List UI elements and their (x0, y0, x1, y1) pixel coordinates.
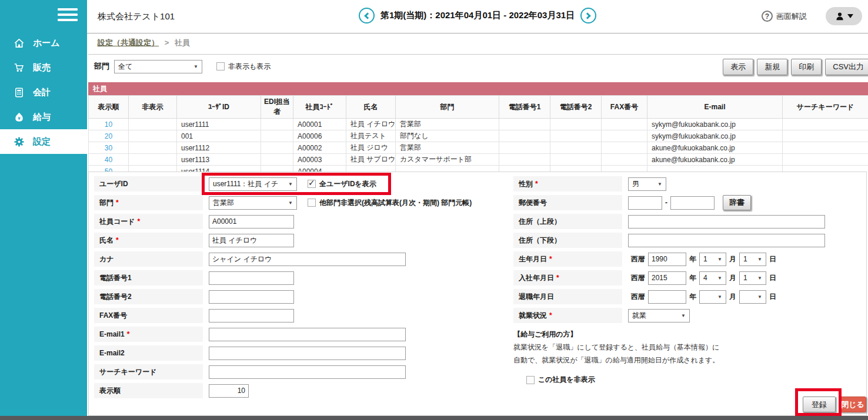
retire-year-input[interactable] (648, 290, 686, 304)
next-period-button[interactable] (580, 8, 596, 23)
tel2-input[interactable] (209, 290, 294, 304)
join-month-select[interactable]: 4▼ (699, 271, 726, 285)
join-day-select[interactable]: 1▼ (739, 271, 766, 285)
birth-month-select[interactable]: 1▼ (699, 253, 726, 266)
display-order-link[interactable]: 30 (89, 142, 129, 154)
chevron-down-icon: ▼ (757, 294, 762, 300)
show-all-user-ids-checkbox[interactable] (308, 180, 316, 188)
retire-month-select[interactable]: ▼ (699, 290, 726, 304)
new-button[interactable]: 新規 (757, 59, 787, 75)
filter-bar: 部門 全て▼ 非表示も表示 (94, 59, 271, 74)
birth-day-select[interactable]: 1▼ (739, 253, 766, 266)
join-year-input[interactable] (648, 271, 686, 285)
user-menu-button[interactable] (826, 7, 862, 25)
show-all-user-ids-label: 全ユーザIDを表示 (319, 179, 376, 189)
field-email2: E-mail2 (94, 345, 510, 361)
sidebar-item-label: 販売 (33, 62, 51, 73)
breadcrumb: 設定（共通設定） > 社員 (98, 38, 190, 48)
col-user-id: ﾕｰｻﾞID (177, 96, 261, 119)
email2-input[interactable] (209, 347, 406, 360)
chevron-down-icon (847, 14, 853, 18)
csv-export-button[interactable]: CSV出力 (825, 59, 868, 75)
retire-day-select[interactable]: ▼ (739, 290, 766, 304)
hide-employee-checkbox[interactable] (526, 376, 535, 384)
field-email1: E-mail1* (94, 327, 510, 342)
gender-select[interactable]: 男▼ (628, 177, 666, 191)
fiscal-period-label: 第1期(当期)：2021年04月01日 - 2022年03月31日 (380, 10, 575, 21)
chevron-left-icon (364, 12, 370, 19)
sidebar-item-payroll[interactable]: ¥ 給与 (0, 105, 87, 129)
money-bag-icon: ¥ (13, 111, 25, 123)
address-upper-input[interactable] (628, 215, 825, 229)
chevron-down-icon: ▼ (757, 275, 762, 281)
table-row: 10 user1111A00001社員 イチロウ営業部sykym@fukuoka… (89, 119, 868, 130)
form-left-column: ユーザID user1111：社員 イチ▼ 全ユーザIDを表示 部門* 営業部▼… (94, 176, 510, 402)
field-name: 氏名* (94, 233, 510, 248)
sidebar-item-label: 設定 (33, 136, 51, 147)
sidebar-nav: ホーム 販売 会計 ¥ 給与 (0, 31, 87, 154)
home-icon (13, 37, 25, 49)
display-order-link[interactable]: 20 (89, 130, 129, 142)
table-row-clipped: 50 user1114A00004 (89, 166, 868, 172)
sidebar-item-home[interactable]: ホーム (0, 31, 87, 55)
dictionary-button[interactable]: 辞書 (723, 195, 751, 210)
screen-help-button[interactable]: ? 画面解説 (762, 11, 807, 22)
emp-code-input[interactable] (209, 215, 294, 229)
sidebar: ホーム 販売 会計 ¥ 給与 (0, 0, 87, 416)
close-button[interactable]: 閉じる (839, 397, 866, 412)
col-email: E-mail (647, 96, 783, 119)
show-hidden-checkbox[interactable] (216, 62, 225, 70)
sidebar-item-accounting[interactable]: 会計 (0, 80, 87, 105)
tel1-input[interactable] (209, 271, 294, 285)
fax-input[interactable] (209, 309, 294, 322)
department-select[interactable]: 営業部▼ (209, 196, 297, 210)
display-order-link[interactable]: 40 (89, 154, 129, 166)
other-dept-unselect-checkbox[interactable] (308, 199, 316, 207)
sidebar-item-label: ホーム (33, 38, 60, 49)
display-order-input[interactable] (209, 384, 249, 398)
print-button[interactable]: 印刷 (791, 59, 822, 75)
previous-period-button[interactable] (359, 8, 375, 23)
birth-year-input[interactable] (648, 253, 686, 266)
user-icon (835, 12, 844, 21)
field-display-order: 表示順 (94, 383, 510, 398)
user-id-select[interactable]: user1111：社員 イチ▼ (209, 177, 297, 191)
search-keyword-input[interactable] (209, 365, 406, 379)
divider (88, 54, 868, 55)
toolbar: 表示 新規 印刷 CSV出力 (723, 59, 868, 75)
display-order-link[interactable]: 50 (89, 166, 129, 172)
breadcrumb-settings-link[interactable]: 設定（共通設定） (98, 38, 159, 47)
display-order-link[interactable]: 10 (89, 119, 129, 130)
hamburger-menu-icon[interactable] (58, 8, 78, 24)
department-filter-select[interactable]: 全て▼ (114, 60, 202, 73)
col-dept: 部門 (396, 96, 499, 119)
email1-input[interactable] (209, 328, 406, 341)
col-search-keyword: サーチキーワード (783, 96, 868, 119)
col-hidden: 非表示 (129, 96, 177, 119)
field-search-keyword: サーチキーワード (94, 364, 510, 379)
show-button[interactable]: 表示 (723, 59, 753, 75)
register-button[interactable]: 登録 (803, 397, 836, 412)
sidebar-item-settings[interactable]: 設定 (0, 129, 87, 154)
field-join-date: 入社年月日* 西暦 年 4▼ 月 1▼ 日 (513, 270, 864, 285)
name-input[interactable] (209, 234, 294, 247)
field-fax: FAX番号 (94, 308, 510, 323)
fiscal-period-nav: 第1期(当期)：2021年04月01日 - 2022年03月31日 (359, 8, 596, 23)
table-row: 40 user1113A00003社員 サブロウカスタマーサポート部akune@… (89, 154, 868, 166)
address-lower-input[interactable] (628, 234, 825, 247)
zip2-input[interactable] (670, 196, 715, 210)
payroll-note-title: 【給与ご利用の方】 (513, 328, 864, 341)
field-tel1: 電話番号1 (94, 270, 510, 285)
employment-status-select[interactable]: 就業▼ (628, 309, 690, 322)
chevron-down-icon: ▼ (717, 257, 722, 262)
kana-input[interactable] (209, 253, 406, 266)
zip1-input[interactable] (628, 196, 662, 210)
chevron-down-icon: ▼ (717, 294, 722, 300)
field-zip: 郵便番号 - 辞書 (513, 195, 864, 210)
sidebar-item-sales[interactable]: 販売 (0, 55, 87, 80)
field-emp-code: 社員コード* (94, 214, 510, 229)
col-tel1: 電話番号1 (499, 96, 550, 119)
field-department: 部門* 営業部▼ 他部門非選択(残高試算表(月次・期間) 部門元帳) (94, 195, 510, 210)
col-display-order: 表示順 (89, 96, 129, 119)
window-bottom-edge (0, 416, 868, 420)
